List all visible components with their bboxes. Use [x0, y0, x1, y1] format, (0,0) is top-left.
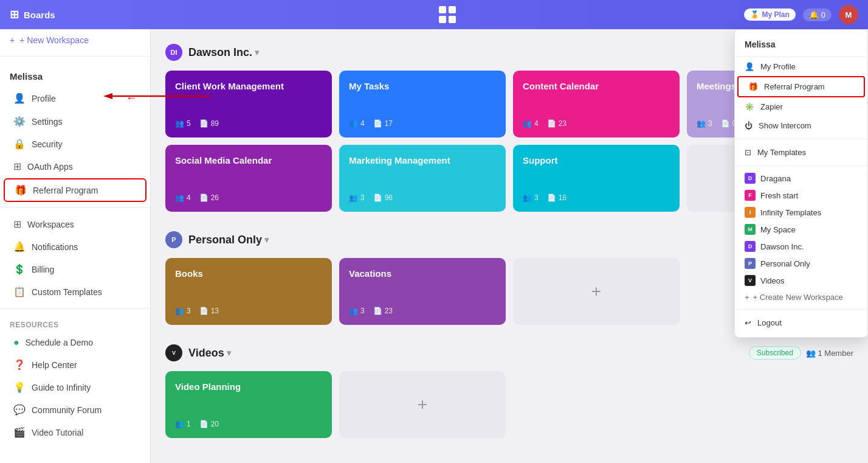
settings-icon: ⚙️ [13, 116, 26, 127]
sidebar-item-workspaces[interactable]: ⊞ Workspaces [4, 214, 146, 235]
intercom-label: Show Intercom [759, 121, 811, 130]
templates-icon: 📋 [13, 286, 26, 298]
dropdown-ws-dragana[interactable]: D Dragana [735, 170, 867, 187]
board-marketing-title: Marketing Management [349, 155, 496, 167]
dropdown-my-templates[interactable]: ⊡ My Templates [735, 143, 867, 162]
dropdown-logout[interactable]: ↩ Logout [735, 313, 867, 332]
security-icon: 🔒 [13, 138, 26, 150]
sidebar-item-security[interactable]: 🔒 Security [4, 133, 146, 155]
board-vacations-meta: 👥3 📄23 [349, 307, 496, 315]
sidebar-help-label: Help Center [32, 360, 77, 370]
sidebar-item-help[interactable]: ❓ Help Center [4, 354, 146, 375]
dropdown-username: Melissa [735, 35, 867, 57]
videos-meta: Subscribed 👥 1 Member [749, 346, 853, 360]
dropdown-zapier[interactable]: ✳️ Zapier [735, 97, 867, 116]
my-templates-label: My Templates [757, 148, 806, 157]
sidebar-item-profile[interactable]: 👤 Profile ← [4, 87, 146, 110]
board-video-planning[interactable]: Video Planning 👥1 📄20 [165, 371, 332, 438]
ws-myspace-label: My Space [760, 225, 796, 234]
svg-rect-2 [439, 16, 446, 23]
logout-icon: ↩ [745, 318, 751, 327]
board-books[interactable]: Books 👥3 📄13 [165, 258, 332, 325]
sidebar-item-templates[interactable]: 📋 Custom Templates [4, 281, 146, 302]
dropdown-ws-dawson[interactable]: D Dawson Inc. [735, 238, 867, 255]
notifications-icon: 🔔 [13, 241, 26, 252]
sidebar-workspaces-label: Workspaces [27, 220, 74, 229]
board-content-calendar-title: Content Calendar [523, 80, 670, 92]
sidebar-item-settings[interactable]: ⚙️ Settings [4, 111, 146, 132]
board-add-videos[interactable]: + [339, 371, 506, 438]
dropdown-ws-fresh[interactable]: F Fresh start [735, 187, 867, 204]
board-add-personal[interactable]: + [513, 258, 680, 325]
board-my-tasks[interactable]: My Tasks 👥4 📄17 [339, 71, 506, 138]
sidebar-item-demo[interactable]: ● Schedule a Demo [4, 332, 146, 353]
board-vacations-title: Vacations [349, 268, 496, 280]
board-marketing-meta: 👥3 📄96 [349, 193, 496, 202]
topbar-logo [151, 5, 744, 24]
board-marketing[interactable]: Marketing Management 👥3 📄96 [339, 145, 506, 212]
sidebar-billing-label: Billing [32, 265, 54, 274]
notif-badge[interactable]: 🔔 0 [803, 9, 832, 21]
board-support-title: Support [523, 155, 670, 167]
new-workspace-button[interactable]: + + New Workspace [0, 29, 150, 51]
referral-icon: 🎁 [15, 184, 27, 196]
dropdown-create-workspace[interactable]: + + Create New Workspace [735, 289, 867, 305]
sidebar-item-guide[interactable]: 💡 Guide to Infinity [4, 377, 146, 398]
board-social-media[interactable]: Social Media Calendar 👥4 📄26 [165, 145, 332, 212]
dropdown-ws-videos[interactable]: V Videos [735, 272, 867, 289]
ws-dot-myspace: M [745, 224, 756, 235]
sidebar-guide-label: Guide to Infinity [32, 383, 91, 392]
board-my-tasks-meta: 👥4 📄17 [349, 119, 496, 128]
personal-name: Personal Only ▾ [188, 234, 269, 246]
workspace-videos-header: V Videos ▾ Subscribed 👥 1 Member [165, 344, 853, 361]
sidebar-templates-label: Custom Templates [32, 287, 102, 297]
sidebar-item-billing[interactable]: 💲 Billing [4, 259, 146, 280]
dropdown-intercom[interactable]: ⏻ Show Intercom [735, 116, 867, 135]
workspaces-icon: ⊞ [13, 218, 21, 230]
help-icon: ❓ [13, 359, 26, 371]
ws-infinity-label: Infinity Templates [760, 208, 821, 217]
referral-dropdown-icon: 🎁 [748, 82, 758, 91]
zapier-icon: ✳️ [745, 102, 754, 111]
sidebar-forum-label: Community Forum [32, 405, 102, 415]
avatar[interactable]: M [839, 5, 858, 24]
ws-dot-fresh: F [745, 190, 756, 201]
sidebar: + + New Workspace Melissa 👤 Profile ← ⚙️… [0, 29, 151, 463]
logout-label: Logout [757, 318, 782, 327]
board-client-work-title: Client Work Management [175, 80, 322, 92]
demo-icon: ● [13, 337, 19, 348]
sidebar-demo-label: Schedule a Demo [26, 338, 93, 347]
create-workspace-icon: + [745, 293, 749, 302]
sidebar-item-forum[interactable]: 💬 Community Forum [4, 399, 146, 420]
ws-dragana-label: Dragana [760, 174, 791, 183]
dropdown-ws-myspace[interactable]: M My Space [735, 221, 867, 238]
dropdown-my-profile[interactable]: 👤 My Profile [735, 57, 867, 76]
board-vacations[interactable]: Vacations 👥3 📄23 [339, 258, 506, 325]
sidebar-item-video-tutorial[interactable]: 🎬 Video Tutorial [4, 422, 146, 443]
board-client-work[interactable]: Client Work Management 👥5 📄89 [165, 71, 332, 138]
sidebar-item-oauth[interactable]: ⊞ OAuth Apps [4, 156, 146, 177]
dropdown-referral[interactable]: 🎁 Referral Program [737, 76, 865, 97]
board-support[interactable]: Support 👥3 📄18 [513, 145, 680, 212]
videos-avatar: V [165, 344, 182, 361]
ws-personal-label: Personal Only [760, 259, 810, 268]
boards-label[interactable]: Boards [24, 10, 55, 20]
my-profile-icon: 👤 [745, 62, 754, 71]
videos-members: 👥 1 Member [806, 349, 853, 358]
sidebar-item-referral[interactable]: 🎁 Referral Program [4, 178, 146, 202]
oauth-icon: ⊞ [13, 161, 21, 172]
plan-badge[interactable]: 🏅 My Plan [744, 9, 795, 21]
board-video-planning-title: Video Planning [175, 381, 322, 393]
sidebar-item-notifications[interactable]: 🔔 Notifications [4, 236, 146, 257]
board-content-calendar[interactable]: Content Calendar 👥4 📄23 [513, 71, 680, 138]
dropdown-ws-infinity[interactable]: I Infinity Templates [735, 204, 867, 221]
ws-dot-personal: P [745, 258, 756, 269]
svg-rect-0 [439, 6, 446, 13]
board-books-title: Books [175, 268, 322, 280]
videos-subscribed-badge: Subscribed [749, 346, 801, 360]
topbar-right: 🏅 My Plan 🔔 0 M [744, 5, 868, 24]
dropdown-ws-personal[interactable]: P Personal Only [735, 255, 867, 272]
board-social-media-title: Social Media Calendar [175, 155, 322, 167]
board-video-planning-meta: 👥1 📄20 [175, 420, 322, 428]
sidebar-username: Melissa [0, 61, 150, 86]
